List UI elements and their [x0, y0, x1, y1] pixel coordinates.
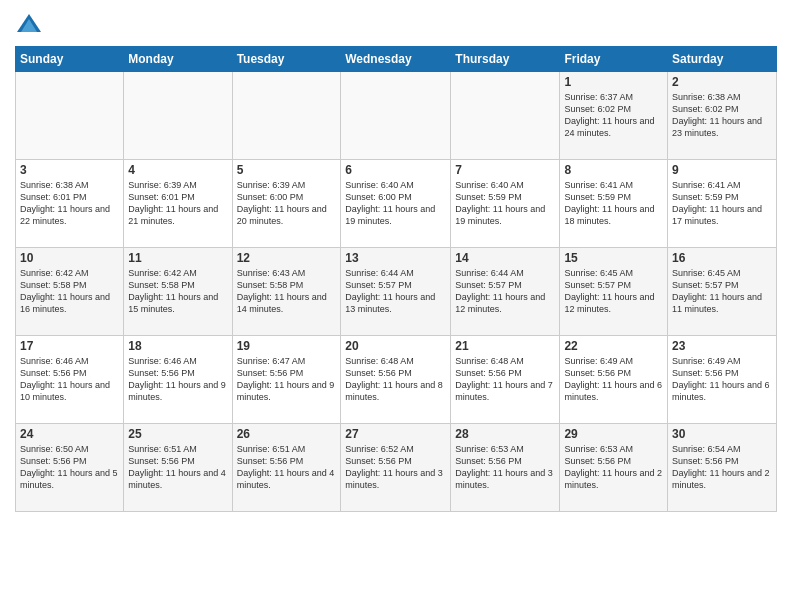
day-info: Sunrise: 6:44 AM Sunset: 5:57 PM Dayligh…	[345, 267, 446, 316]
day-number: 19	[237, 339, 337, 353]
day-number: 24	[20, 427, 119, 441]
calendar-header-friday: Friday	[560, 47, 668, 72]
calendar-week-0: 1Sunrise: 6:37 AM Sunset: 6:02 PM Daylig…	[16, 72, 777, 160]
day-info: Sunrise: 6:53 AM Sunset: 5:56 PM Dayligh…	[455, 443, 555, 492]
calendar-header-saturday: Saturday	[668, 47, 777, 72]
calendar-cell	[451, 72, 560, 160]
day-info: Sunrise: 6:50 AM Sunset: 5:56 PM Dayligh…	[20, 443, 119, 492]
day-number: 2	[672, 75, 772, 89]
day-number: 10	[20, 251, 119, 265]
calendar-cell: 19Sunrise: 6:47 AM Sunset: 5:56 PM Dayli…	[232, 336, 341, 424]
calendar: SundayMondayTuesdayWednesdayThursdayFrid…	[15, 46, 777, 512]
day-info: Sunrise: 6:48 AM Sunset: 5:56 PM Dayligh…	[455, 355, 555, 404]
calendar-cell: 2Sunrise: 6:38 AM Sunset: 6:02 PM Daylig…	[668, 72, 777, 160]
calendar-cell: 9Sunrise: 6:41 AM Sunset: 5:59 PM Daylig…	[668, 160, 777, 248]
calendar-cell: 21Sunrise: 6:48 AM Sunset: 5:56 PM Dayli…	[451, 336, 560, 424]
day-number: 23	[672, 339, 772, 353]
calendar-cell: 16Sunrise: 6:45 AM Sunset: 5:57 PM Dayli…	[668, 248, 777, 336]
day-number: 15	[564, 251, 663, 265]
calendar-cell: 12Sunrise: 6:43 AM Sunset: 5:58 PM Dayli…	[232, 248, 341, 336]
day-number: 27	[345, 427, 446, 441]
day-info: Sunrise: 6:46 AM Sunset: 5:56 PM Dayligh…	[20, 355, 119, 404]
header	[15, 10, 777, 38]
day-info: Sunrise: 6:51 AM Sunset: 5:56 PM Dayligh…	[128, 443, 227, 492]
calendar-cell: 20Sunrise: 6:48 AM Sunset: 5:56 PM Dayli…	[341, 336, 451, 424]
day-number: 14	[455, 251, 555, 265]
calendar-header-sunday: Sunday	[16, 47, 124, 72]
calendar-cell: 17Sunrise: 6:46 AM Sunset: 5:56 PM Dayli…	[16, 336, 124, 424]
calendar-cell: 6Sunrise: 6:40 AM Sunset: 6:00 PM Daylig…	[341, 160, 451, 248]
calendar-cell: 13Sunrise: 6:44 AM Sunset: 5:57 PM Dayli…	[341, 248, 451, 336]
calendar-week-1: 3Sunrise: 6:38 AM Sunset: 6:01 PM Daylig…	[16, 160, 777, 248]
day-info: Sunrise: 6:38 AM Sunset: 6:02 PM Dayligh…	[672, 91, 772, 140]
calendar-cell: 27Sunrise: 6:52 AM Sunset: 5:56 PM Dayli…	[341, 424, 451, 512]
day-number: 12	[237, 251, 337, 265]
day-number: 4	[128, 163, 227, 177]
day-number: 16	[672, 251, 772, 265]
calendar-cell: 25Sunrise: 6:51 AM Sunset: 5:56 PM Dayli…	[124, 424, 232, 512]
day-info: Sunrise: 6:39 AM Sunset: 6:01 PM Dayligh…	[128, 179, 227, 228]
calendar-cell: 11Sunrise: 6:42 AM Sunset: 5:58 PM Dayli…	[124, 248, 232, 336]
calendar-header-tuesday: Tuesday	[232, 47, 341, 72]
day-info: Sunrise: 6:39 AM Sunset: 6:00 PM Dayligh…	[237, 179, 337, 228]
day-number: 3	[20, 163, 119, 177]
day-number: 5	[237, 163, 337, 177]
day-info: Sunrise: 6:48 AM Sunset: 5:56 PM Dayligh…	[345, 355, 446, 404]
calendar-header-monday: Monday	[124, 47, 232, 72]
calendar-cell	[232, 72, 341, 160]
day-number: 9	[672, 163, 772, 177]
calendar-cell: 30Sunrise: 6:54 AM Sunset: 5:56 PM Dayli…	[668, 424, 777, 512]
calendar-cell: 18Sunrise: 6:46 AM Sunset: 5:56 PM Dayli…	[124, 336, 232, 424]
calendar-header-wednesday: Wednesday	[341, 47, 451, 72]
day-info: Sunrise: 6:38 AM Sunset: 6:01 PM Dayligh…	[20, 179, 119, 228]
calendar-cell: 8Sunrise: 6:41 AM Sunset: 5:59 PM Daylig…	[560, 160, 668, 248]
calendar-week-3: 17Sunrise: 6:46 AM Sunset: 5:56 PM Dayli…	[16, 336, 777, 424]
day-number: 18	[128, 339, 227, 353]
calendar-cell: 7Sunrise: 6:40 AM Sunset: 5:59 PM Daylig…	[451, 160, 560, 248]
day-number: 26	[237, 427, 337, 441]
day-number: 8	[564, 163, 663, 177]
day-number: 28	[455, 427, 555, 441]
day-info: Sunrise: 6:49 AM Sunset: 5:56 PM Dayligh…	[564, 355, 663, 404]
day-number: 21	[455, 339, 555, 353]
day-info: Sunrise: 6:42 AM Sunset: 5:58 PM Dayligh…	[128, 267, 227, 316]
day-number: 1	[564, 75, 663, 89]
calendar-cell: 4Sunrise: 6:39 AM Sunset: 6:01 PM Daylig…	[124, 160, 232, 248]
day-info: Sunrise: 6:41 AM Sunset: 5:59 PM Dayligh…	[564, 179, 663, 228]
day-info: Sunrise: 6:43 AM Sunset: 5:58 PM Dayligh…	[237, 267, 337, 316]
calendar-week-4: 24Sunrise: 6:50 AM Sunset: 5:56 PM Dayli…	[16, 424, 777, 512]
calendar-cell: 24Sunrise: 6:50 AM Sunset: 5:56 PM Dayli…	[16, 424, 124, 512]
day-number: 11	[128, 251, 227, 265]
day-number: 22	[564, 339, 663, 353]
day-number: 20	[345, 339, 446, 353]
day-number: 13	[345, 251, 446, 265]
calendar-header-thursday: Thursday	[451, 47, 560, 72]
calendar-cell: 15Sunrise: 6:45 AM Sunset: 5:57 PM Dayli…	[560, 248, 668, 336]
calendar-week-2: 10Sunrise: 6:42 AM Sunset: 5:58 PM Dayli…	[16, 248, 777, 336]
calendar-cell: 29Sunrise: 6:53 AM Sunset: 5:56 PM Dayli…	[560, 424, 668, 512]
day-info: Sunrise: 6:51 AM Sunset: 5:56 PM Dayligh…	[237, 443, 337, 492]
calendar-cell: 3Sunrise: 6:38 AM Sunset: 6:01 PM Daylig…	[16, 160, 124, 248]
day-number: 6	[345, 163, 446, 177]
day-info: Sunrise: 6:45 AM Sunset: 5:57 PM Dayligh…	[672, 267, 772, 316]
day-info: Sunrise: 6:49 AM Sunset: 5:56 PM Dayligh…	[672, 355, 772, 404]
calendar-cell: 14Sunrise: 6:44 AM Sunset: 5:57 PM Dayli…	[451, 248, 560, 336]
day-number: 7	[455, 163, 555, 177]
calendar-cell	[341, 72, 451, 160]
day-info: Sunrise: 6:42 AM Sunset: 5:58 PM Dayligh…	[20, 267, 119, 316]
day-info: Sunrise: 6:45 AM Sunset: 5:57 PM Dayligh…	[564, 267, 663, 316]
day-info: Sunrise: 6:52 AM Sunset: 5:56 PM Dayligh…	[345, 443, 446, 492]
calendar-cell: 23Sunrise: 6:49 AM Sunset: 5:56 PM Dayli…	[668, 336, 777, 424]
day-info: Sunrise: 6:41 AM Sunset: 5:59 PM Dayligh…	[672, 179, 772, 228]
calendar-cell	[16, 72, 124, 160]
calendar-cell: 1Sunrise: 6:37 AM Sunset: 6:02 PM Daylig…	[560, 72, 668, 160]
day-info: Sunrise: 6:46 AM Sunset: 5:56 PM Dayligh…	[128, 355, 227, 404]
logo-icon	[15, 10, 43, 38]
day-number: 17	[20, 339, 119, 353]
day-number: 25	[128, 427, 227, 441]
day-number: 29	[564, 427, 663, 441]
calendar-cell: 10Sunrise: 6:42 AM Sunset: 5:58 PM Dayli…	[16, 248, 124, 336]
calendar-cell: 26Sunrise: 6:51 AM Sunset: 5:56 PM Dayli…	[232, 424, 341, 512]
day-info: Sunrise: 6:47 AM Sunset: 5:56 PM Dayligh…	[237, 355, 337, 404]
page: SundayMondayTuesdayWednesdayThursdayFrid…	[0, 0, 792, 612]
